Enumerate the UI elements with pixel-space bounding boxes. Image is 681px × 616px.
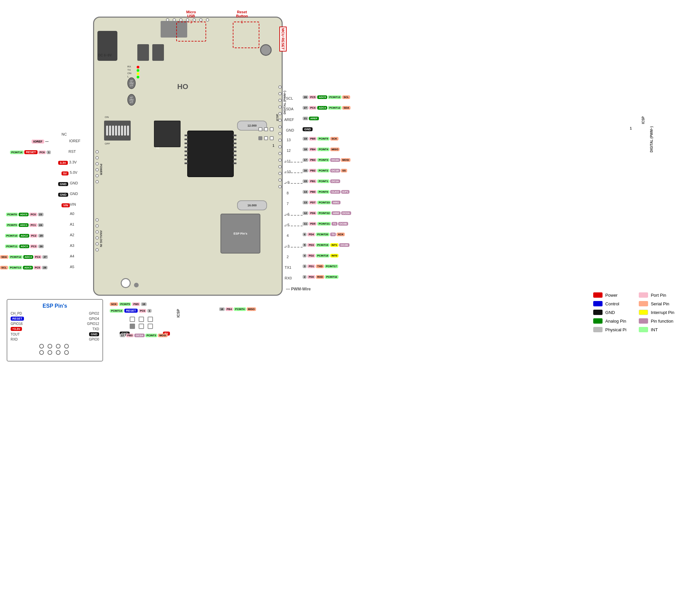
- pcint8-badge: PCINT8: [6, 213, 18, 216]
- 5v-pin-label: 5.0V: [70, 170, 77, 175]
- adc2-badge: ADC2: [19, 234, 29, 238]
- 11r-badge: 11: [303, 222, 308, 225]
- scl-right-row: 28 PC5 ADC5 PCINT13 SCL: [303, 96, 350, 99]
- pcint10-badge: PCINT10: [5, 234, 19, 238]
- 2r-badge: 2: [303, 275, 307, 279]
- a2-row: PCINT10 ADC2 PC2 25: [5, 234, 44, 238]
- 33v-badge: 3.3V: [58, 161, 68, 165]
- 24-badge: 24: [38, 223, 44, 227]
- pb3-badge: PB3: [309, 158, 317, 162]
- esp-reset-badge: RESET: [11, 317, 24, 321]
- oc1b-badge: OC1B: [330, 169, 340, 172]
- led-label-on: ON: [127, 72, 131, 75]
- sck-badge: SCK: [330, 137, 338, 140]
- d3-row: 5 PD3 PCINT19 INT1 OC2B: [303, 243, 350, 247]
- txd-badge: TXD: [316, 265, 324, 268]
- pc5-badge: PC5: [33, 266, 42, 269]
- esp-reset-row: RESET GPIO4: [11, 317, 99, 321]
- a3-pin-label: A3: [70, 244, 74, 247]
- 28-badge: 28: [42, 266, 48, 269]
- d9-row: 15 PB1 PCINT1 OC1A: [303, 180, 340, 183]
- esp-bottom-title: ESP Pin's: [11, 303, 99, 309]
- icsp-17-badge: 17: [120, 333, 125, 337]
- a5-pin-label: A5: [70, 265, 74, 269]
- page-container: DC 6~9V RX TX ON L: [0, 0, 681, 616]
- digital-right-label: DIGITAL (PWM~): [650, 126, 653, 153]
- d11-dash-line: [284, 162, 303, 162]
- pc4-badge: PC4: [34, 255, 42, 259]
- legend-power-box: [593, 292, 603, 298]
- d3-dash-line: [284, 247, 303, 247]
- pc5r-badge: PC5: [309, 96, 317, 99]
- legend-section: Power Port Pin Control Serial Pin GND In…: [593, 292, 674, 332]
- pb5-badge: PB5: [309, 137, 317, 140]
- pd0-badge: PD0: [307, 275, 315, 279]
- cap1: 4725VUT: [127, 77, 136, 89]
- led-l: [137, 76, 139, 78]
- icsp-sck-badge: SCK: [110, 302, 118, 306]
- led-label-l: L: [127, 75, 129, 78]
- led-tx: [137, 69, 139, 72]
- pcint9-badge: PCINT9: [6, 223, 18, 227]
- d9-dash-line: [284, 183, 303, 184]
- d11-pin-label: ~11: [285, 159, 291, 163]
- 16r-badge: 16: [303, 169, 308, 172]
- pb4-badge: PB4: [309, 148, 317, 151]
- esp-module: ESP Pin's: [221, 214, 260, 253]
- adc5-badge: ADC5: [23, 266, 33, 269]
- ground-dot: [134, 283, 138, 287]
- pcint12r-badge: PCINT12: [328, 106, 342, 110]
- micro-usb-box: [176, 22, 206, 42]
- d5-dash-line: [284, 225, 303, 226]
- pb1-badge: PB1: [309, 180, 317, 183]
- esp-rxd-label: RXD: [11, 338, 18, 341]
- icsp-top-row1: SCK PCINT5 PB5 19: [110, 302, 259, 306]
- vreg2: [152, 44, 164, 61]
- esp-gpio4-label: GPIO4: [89, 317, 99, 321]
- legend-power-label: Power: [605, 293, 617, 298]
- esp-tout-label: TOUT: [11, 332, 20, 336]
- 33v-pin-label: 3.3V: [69, 160, 77, 164]
- reset-button[interactable]: [260, 44, 272, 56]
- esp-ch-pd-label: CH_PD: [11, 312, 22, 315]
- esp-gpio2-group: GPIO2: [89, 312, 99, 315]
- legend-gnd-box: [593, 310, 603, 315]
- ground-circle: [121, 278, 131, 288]
- a3-row: PCINT11 ADC3 PC3 26: [5, 244, 44, 248]
- cap2: 4725VUT: [127, 94, 136, 106]
- icsp-pcint14-badge: PCINT14: [110, 309, 123, 313]
- ioref-badge: IOREF: [32, 139, 44, 143]
- icsp-header-top: [258, 127, 275, 144]
- 3r-badge: 3: [303, 265, 307, 268]
- pb0-badge: PB0: [309, 190, 317, 194]
- adc4r-badge: ADC4: [317, 106, 327, 110]
- legend-interrupt-box: [639, 310, 648, 315]
- pc4r-badge: PC4: [309, 106, 317, 110]
- adc0-badge: ADC0: [19, 213, 29, 216]
- dip-switch: [104, 120, 131, 140]
- digital-connector: [277, 84, 282, 277]
- ioref-row: IOREF: [32, 139, 49, 143]
- reset-button-box: [233, 22, 259, 48]
- vin-pin-label: VIN: [70, 202, 76, 206]
- d5-pin-label: ~5: [285, 223, 289, 227]
- miso-badge: MISO: [330, 148, 339, 151]
- vin-row: VIN: [61, 203, 70, 207]
- 6r-badge: 6: [303, 233, 307, 236]
- icsp-19-badge: 19: [141, 302, 147, 306]
- int0-badge: INT0: [330, 254, 338, 258]
- d8-pin-label: 8: [287, 191, 288, 195]
- pcint14-badge: PCINT14: [10, 151, 24, 154]
- tx1-pin-label: TX1: [285, 266, 291, 269]
- legend-int: INT: [639, 327, 674, 332]
- pcint0-badge: PCINT0: [317, 190, 329, 194]
- icsp-miso-row: 18 PB4 PCINT4 MISO: [219, 307, 256, 311]
- mosi-badge: MOSI: [341, 158, 350, 162]
- esp-33v-badge: +3.3V: [11, 327, 22, 331]
- reset-button-label: ResetButton: [236, 10, 248, 18]
- rxd-badge: RXD: [316, 275, 324, 279]
- 4r-badge: 4: [303, 254, 307, 258]
- legend-power: Power: [593, 292, 629, 298]
- gnd-right-row: GND: [303, 127, 312, 131]
- scl-left-badge: SCL: [0, 266, 8, 269]
